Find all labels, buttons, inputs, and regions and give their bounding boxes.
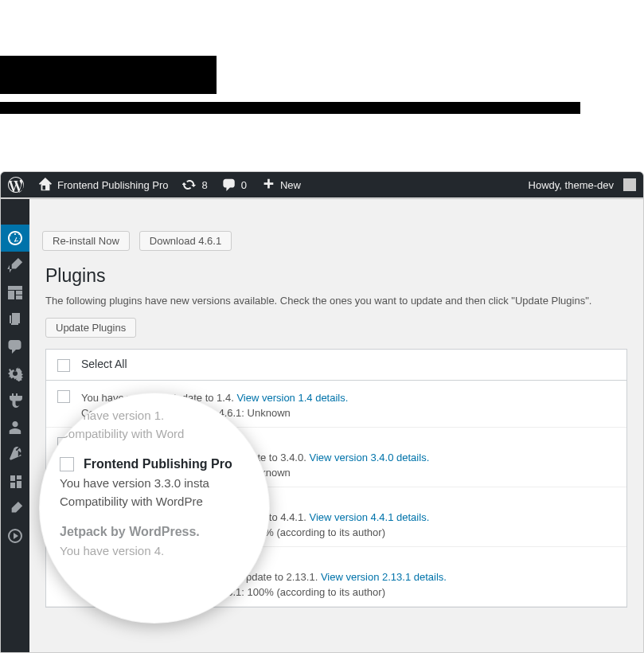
site-title: Frontend Publishing Pro: [57, 179, 168, 191]
redacted-title-block: [0, 56, 217, 94]
sidebar-plugins[interactable]: [1, 387, 29, 414]
sidebar-settings[interactable]: [1, 468, 29, 495]
redacted-text-line: [0, 102, 580, 114]
plugin-checkbox[interactable]: [57, 390, 70, 403]
select-all-checkbox[interactable]: [57, 359, 70, 372]
howdy-text: Howdy, theme-dev: [529, 179, 614, 191]
admin-sidebar: [1, 199, 29, 652]
user-menu[interactable]: Howdy, theme-dev: [521, 172, 643, 197]
comment-icon: [222, 178, 236, 192]
sidebar-pages[interactable]: [1, 306, 29, 333]
view-details-link[interactable]: View version 4.4.1 details.: [309, 511, 429, 523]
sidebar-media[interactable]: [1, 279, 29, 306]
page-description: The following plugins have new versions …: [45, 295, 627, 307]
page-title: Plugins: [45, 265, 627, 287]
plus-icon: [261, 178, 275, 192]
browser-window: Frontend Publishing Pro 8 0 New Howdy, t…: [0, 171, 644, 653]
reinstall-button[interactable]: Re-install Now: [42, 231, 130, 251]
comments-count: 0: [241, 179, 247, 191]
main-content: Re-install Now Download 4.6.1 Plugins Th…: [29, 199, 643, 652]
magnifier-overlay: You have version 1. Compatibility with W…: [39, 393, 270, 624]
sidebar-custom-2[interactable]: [1, 522, 29, 549]
table-header-row: Select All: [46, 350, 626, 381]
sidebar-comments[interactable]: [1, 333, 29, 360]
wp-core-update-notice: Re-install Now Download 4.6.1: [29, 225, 643, 262]
mag-checkbox: [60, 457, 74, 471]
updates-link[interactable]: 8: [175, 172, 214, 197]
update-icon: [182, 178, 197, 192]
update-plugins-button[interactable]: Update Plugins: [45, 318, 136, 338]
new-content-link[interactable]: New: [254, 172, 308, 197]
view-details-link[interactable]: View version 1.4 details.: [236, 392, 348, 404]
new-label: New: [280, 179, 301, 191]
svg-marker-8: [14, 533, 18, 539]
wp-logo-menu[interactable]: [1, 172, 31, 197]
sidebar-dashboard[interactable]: [1, 225, 29, 252]
home-icon: [38, 178, 53, 192]
updates-count: 8: [201, 179, 207, 191]
view-details-link[interactable]: View version 3.4.0 details.: [309, 452, 429, 463]
sidebar-appearance[interactable]: [1, 360, 29, 387]
sidebar-tools[interactable]: [1, 441, 29, 468]
view-details-link[interactable]: View version 2.13.1 details.: [321, 571, 447, 583]
select-all-label: Select All: [81, 358, 615, 370]
site-link[interactable]: Frontend Publishing Pro: [31, 172, 175, 197]
sidebar-posts[interactable]: [1, 252, 29, 279]
avatar: [623, 178, 636, 191]
sidebar-users[interactable]: [1, 414, 29, 441]
comments-link[interactable]: 0: [215, 172, 254, 197]
download-button[interactable]: Download 4.6.1: [139, 231, 232, 251]
wp-admin-toolbar: Frontend Publishing Pro 8 0 New Howdy, t…: [1, 172, 643, 197]
sidebar-custom-1[interactable]: [1, 495, 29, 522]
